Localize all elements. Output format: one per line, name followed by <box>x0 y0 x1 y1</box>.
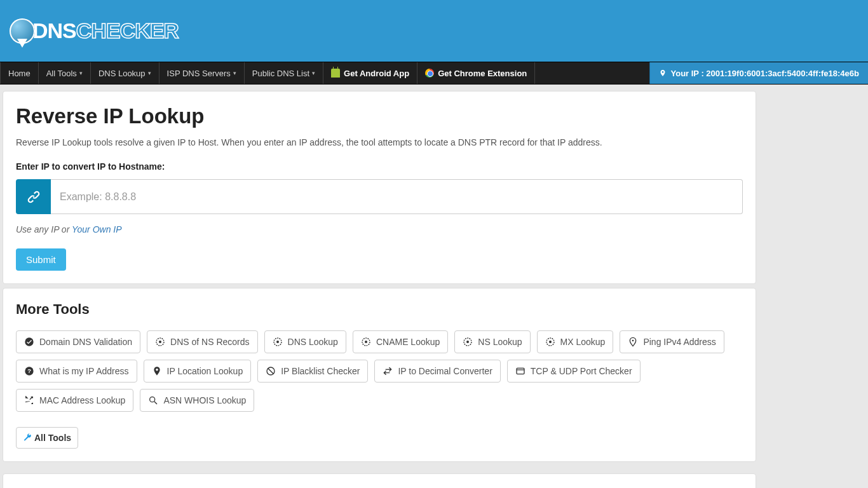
svg-point-4 <box>276 341 279 343</box>
more-tools-panel: More Tools Domain DNS Validation DNS of … <box>3 288 756 462</box>
android-icon <box>331 69 340 78</box>
window-icon <box>515 366 526 376</box>
svg-text:?: ? <box>27 368 31 374</box>
your-ip-display[interactable]: Your IP : 2001:19f0:6001:3acf:5400:4ff:f… <box>649 62 868 84</box>
svg-point-2 <box>159 341 161 343</box>
globe-dns-icon <box>361 337 371 347</box>
about-title: About Reverse DNS Lookup Tool <box>16 485 743 488</box>
svg-point-18 <box>150 397 155 402</box>
all-tools-button[interactable]: All Tools <box>16 427 78 449</box>
ip-helper-text: Use any IP or Your Own IP <box>16 224 743 234</box>
nav-home[interactable]: Home <box>0 62 39 84</box>
tool-ping-ipv4[interactable]: Ping IPv4 Address <box>620 330 724 353</box>
svg-point-10 <box>549 341 552 343</box>
ip-input-label: Enter IP to convert IP to Hostname: <box>16 161 743 172</box>
more-tools-title: More Tools <box>16 301 743 318</box>
globe-dns-icon <box>463 337 473 347</box>
about-panel: About Reverse DNS Lookup Tool <box>3 473 756 488</box>
search-icon <box>148 395 158 405</box>
link-icon-addon <box>16 179 51 214</box>
wrench-icon <box>23 433 32 442</box>
chrome-icon <box>425 69 434 78</box>
logo-text: DNSCHECKER <box>32 18 179 43</box>
nav-isp-dns[interactable]: ISP DNS Servers▾ <box>159 62 245 84</box>
nav-android-app[interactable]: Get Android App <box>323 62 417 84</box>
tool-ip-to-decimal[interactable]: IP to Decimal Converter <box>374 360 500 383</box>
main-nav: Home All Tools▾ DNS Lookup▾ ISP DNS Serv… <box>0 62 868 85</box>
tool-mx-lookup[interactable]: MX Lookup <box>537 330 614 353</box>
nav-chrome-ext[interactable]: Get Chrome Extension <box>417 62 535 84</box>
svg-point-11 <box>632 340 634 342</box>
question-circle-icon: ? <box>24 366 34 376</box>
tool-mac-lookup[interactable]: MAC Address Lookup <box>16 389 133 412</box>
globe-icon <box>10 18 35 44</box>
tool-asn-whois[interactable]: ASN WHOIS Lookup <box>140 389 254 412</box>
check-circle-icon <box>24 337 34 347</box>
your-own-ip-link[interactable]: Your Own IP <box>72 224 122 234</box>
header-banner: DNSCHECKER <box>0 0 868 62</box>
tool-port-checker[interactable]: TCP & UDP Port Checker <box>507 360 641 383</box>
submit-button[interactable]: Submit <box>16 248 66 271</box>
globe-dns-icon <box>273 337 283 347</box>
pin-outline-icon <box>628 337 638 347</box>
location-pin-icon <box>659 69 667 78</box>
nav-dns-lookup[interactable]: DNS Lookup▾ <box>91 62 159 84</box>
location-pin-icon <box>152 366 162 376</box>
nav-all-tools[interactable]: All Tools▾ <box>39 62 91 84</box>
globe-dns-icon <box>545 337 555 347</box>
tool-dns-ns-records[interactable]: DNS of NS Records <box>147 330 257 353</box>
tool-ns-lookup[interactable]: NS Lookup <box>454 330 530 353</box>
tool-domain-dns-validation[interactable]: Domain DNS Validation <box>16 330 140 353</box>
random-icon <box>24 395 34 405</box>
page-title: Reverse IP Lookup <box>16 104 743 128</box>
tool-ip-location[interactable]: IP Location Lookup <box>144 360 252 383</box>
svg-point-0 <box>25 337 33 346</box>
nav-public-dns[interactable]: Public DNS List▾ <box>245 62 323 84</box>
ban-icon <box>266 366 276 376</box>
svg-line-15 <box>268 369 273 374</box>
tool-ip-blacklist[interactable]: IP Blacklist Checker <box>257 360 368 383</box>
svg-point-8 <box>466 341 469 343</box>
tool-dns-lookup[interactable]: DNS Lookup <box>264 330 346 353</box>
ip-input[interactable] <box>51 179 743 214</box>
site-logo[interactable]: DNSCHECKER <box>10 18 179 44</box>
svg-rect-16 <box>517 368 524 374</box>
svg-point-6 <box>365 341 367 343</box>
page-description: Reverse IP Lookup tools resolve a given … <box>16 137 743 147</box>
swap-icon <box>383 366 393 376</box>
svg-line-19 <box>154 402 157 404</box>
link-icon <box>25 189 42 205</box>
tool-cname-lookup[interactable]: CNAME Lookup <box>353 330 448 353</box>
lookup-panel: Reverse IP Lookup Reverse IP Lookup tool… <box>3 91 756 284</box>
tool-what-is-my-ip[interactable]: ?What is my IP Address <box>16 360 137 383</box>
globe-dns-icon <box>155 337 165 347</box>
